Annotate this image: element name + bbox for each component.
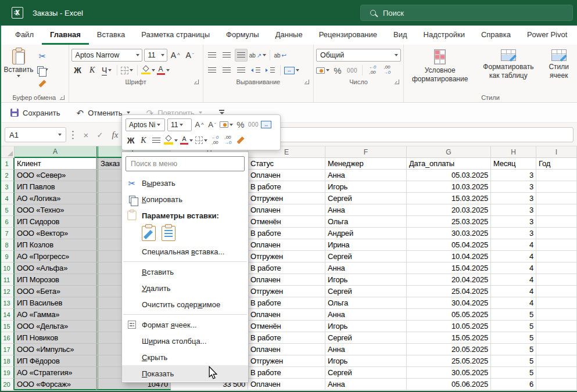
cell-H11[interactable]: 4 [491,274,536,286]
cell-A9[interactable]: АО «Прогресс» [15,251,96,262]
menu-item-column-width[interactable]: Ширина столбца... [122,333,248,349]
dialog-launcher-icon[interactable] [395,80,399,84]
confirm-entry-button[interactable]: ✓ [93,127,107,142]
cell-G7[interactable]: 30.03.2025 [407,228,491,239]
cancel-entry-button[interactable]: × [79,127,93,142]
cell-I8[interactable] [536,239,577,251]
cell-F10[interactable]: Анна [325,262,407,274]
cell-G16[interactable]: 15.05.2025 [407,332,491,344]
cell-H9[interactable]: 4 [491,251,536,262]
increase-indent-button[interactable] [264,64,277,77]
align-top-button[interactable] [206,49,218,62]
align-right-button[interactable] [235,64,248,77]
dialog-launcher-icon[interactable] [194,80,199,84]
cell-H4[interactable]: 3 [491,193,536,204]
cell-A20[interactable]: ООО «Форсаж» [15,379,96,390]
name-box-splitter[interactable] [72,130,74,140]
cell-E12[interactable]: Отгружен [248,286,325,297]
cell-H19[interactable]: 5 [491,367,536,379]
cell-A17[interactable]: ООО «Импульс» [15,344,96,355]
tab-data[interactable]: Данные [267,26,311,45]
cell-E10[interactable]: В работе [248,262,325,274]
cell-E2[interactable]: Оплачен [248,170,325,181]
menu-item-delete[interactable]: Удалить [122,280,248,296]
cell-A19[interactable]: АО «Стратегия» [15,367,96,379]
dialog-launcher-icon[interactable] [304,80,309,84]
mini-shrink-font-button[interactable]: Аˇ [207,118,217,131]
row-header-17[interactable]: 17 [0,344,15,355]
cell-H20[interactable]: 6 [491,379,536,390]
cell-E8[interactable]: Оплачен [248,239,325,251]
mini-increase-decimal-button[interactable]: ←0,00 [210,134,220,146]
italic-button[interactable]: К [86,64,99,77]
row-header-4[interactable]: 4 [0,193,15,204]
cell-A2[interactable]: ООО «Север» [15,170,96,181]
menu-item-cut[interactable]: ✂Вырезать [122,175,248,191]
cell-E11[interactable]: Оплачен [248,274,325,286]
cell-G4[interactable]: 15.03.2025 [407,193,491,204]
cell-G19[interactable]: 30.05.2025 [407,367,491,379]
cell-F4[interactable]: Сергей [325,193,407,204]
cell-A18[interactable]: ИП Фёдоров [15,355,96,367]
cell-A15[interactable]: ООО «Дельта» [15,321,96,332]
menu-item-unhide[interactable]: Показать [122,365,248,382]
cell-I7[interactable] [536,228,577,239]
number-format-select[interactable]: Общий [316,49,401,62]
cell-H12[interactable]: 4 [491,286,536,297]
cell-E9[interactable]: Отгружен [248,251,325,262]
cell-F17[interactable]: Анна [325,344,407,355]
menu-item-copy[interactable]: Копировать [122,191,248,207]
mini-italic-button[interactable]: К [138,134,149,146]
cell-G5[interactable]: 20.03.2025 [407,204,491,216]
cell-A3[interactable]: ИП Павлов [15,181,96,193]
cell-G1[interactable]: Дата_оплаты [407,158,491,170]
cell-H5[interactable]: 3 [491,204,536,216]
row-header-20[interactable]: 20 [0,379,15,390]
row-header-2[interactable]: 2 [0,170,15,181]
mini-grow-font-button[interactable]: А^ [194,118,205,131]
cell-I12[interactable] [536,286,577,297]
underline-button[interactable]: Ч [101,64,113,77]
column-header-F[interactable]: F [325,146,407,158]
dialog-launcher-icon[interactable] [60,95,64,100]
cell-G13[interactable]: 30.04.2025 [407,297,491,309]
mini-format-painter-button[interactable] [235,134,246,146]
mini-font-color-button[interactable]: А [180,134,193,146]
cell-H15[interactable]: 5 [491,321,536,332]
cell-I14[interactable] [536,309,577,321]
cell-I6[interactable] [536,216,577,228]
cell-E18[interactable]: Отгружен [248,355,325,367]
cell-H2[interactable]: 3 [491,170,536,181]
merge-center-button[interactable]: ↔ [284,64,299,77]
paste-button[interactable]: Вставить [2,47,35,77]
mini-percent-button[interactable]: % [235,118,246,131]
align-left-button[interactable] [206,64,218,77]
mini-accounting-button[interactable] [220,118,233,131]
font-name-select[interactable]: Aptos Narrow [71,49,142,62]
cell-E13[interactable]: В работе [248,297,325,309]
cell-G12[interactable]: 25.04.2025 [407,286,491,297]
cell-I15[interactable] [536,321,577,332]
cell-F15[interactable]: Игорь [325,321,407,332]
mini-fill-color-button[interactable] [164,134,178,146]
cell-A13[interactable]: ИП Васильев [15,297,96,309]
row-header-3[interactable]: 3 [0,181,15,193]
cell-I4[interactable] [536,193,577,204]
copy-button[interactable] [36,63,49,76]
row-header-7[interactable]: 7 [0,228,15,239]
tab-page-layout[interactable]: Разметка страницы [133,26,218,45]
cell-A5[interactable]: ООО «Техно» [15,204,96,216]
cell-G3[interactable]: 10.03.2025 [407,181,491,193]
cell-G10[interactable]: 15.04.2025 [407,262,491,274]
paste-values-icon[interactable] [162,226,175,241]
mini-font-name-select[interactable]: Aptos Ni [126,118,165,131]
row-header-6[interactable]: 6 [0,216,15,228]
row-header-11[interactable]: 11 [0,274,15,286]
cell-E1[interactable]: Статус [248,158,325,170]
row-header-12[interactable]: 12 [0,286,15,297]
cell-E4[interactable]: Отгружен [248,193,325,204]
mini-align-button[interactable] [151,134,162,146]
format-painter-button[interactable] [36,77,49,90]
tab-help[interactable]: Справка [473,26,519,45]
titlebar-search[interactable]: Поиск [360,5,573,21]
